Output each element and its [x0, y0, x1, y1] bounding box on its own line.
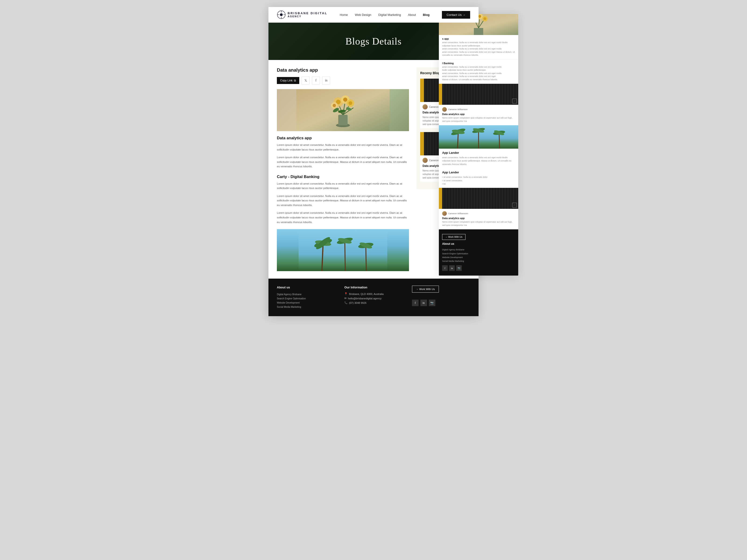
section2-body3: Lorem ipsum dolor sit amet consectetur. …: [277, 211, 409, 224]
footer-info: Our Information 📍 Brisbane, QLD 4000, Au…: [344, 286, 403, 309]
overflow-card-2-excerpt: Nemo enim ipsam voluptatem quia voluptas…: [442, 220, 515, 227]
overflow-app-lander-1: App Lander amet consectetur. Nulla eu a …: [439, 149, 518, 168]
logo-icon: [277, 10, 286, 19]
section2-body2: Lorem ipsum dolor sit amet consectetur. …: [277, 194, 409, 208]
footer-linkedin-button[interactable]: in: [420, 300, 427, 306]
overflow-app-lander-label-2: App Lander: [442, 170, 515, 174]
overflow-app-lander-text-1: amet consectetur. Nulla eu a venenatis d…: [442, 156, 515, 166]
overflow-footer-about-text: Digital Agency Brisbane Search Engine Op…: [442, 248, 515, 263]
flower-image-svg: [277, 89, 409, 131]
article-main-title: Data analytics app: [277, 68, 409, 73]
overflow-footer-facebook[interactable]: f: [442, 265, 448, 271]
facebook-icon: f: [315, 79, 316, 82]
nav-item-digitalmarketing[interactable]: Digital Marketing: [379, 12, 401, 17]
overflow-trees-image: [439, 125, 518, 149]
overflow-avatar-2: [442, 211, 447, 216]
work-with-us-button[interactable]: → Work With Us: [412, 286, 439, 293]
overflow-trees-svg: [439, 125, 518, 149]
svg-rect-26: [299, 229, 387, 271]
footer-email-link[interactable]: ✉ hello@brisbanedigital.agency: [344, 297, 403, 300]
footer-work: → Work With Us f in 📷: [412, 286, 470, 309]
svg-line-34: [366, 245, 366, 271]
overflow-card-1-body: Cameron Williamson Data analytics app Ne…: [439, 105, 518, 125]
footer-facebook-button[interactable]: f: [412, 300, 418, 306]
footer-info-title: Our Information: [344, 286, 403, 289]
copy-link-button[interactable]: Copy Link ⧉: [277, 77, 299, 84]
logo-text: BRISBANE DIGITAL AGENCY: [288, 11, 328, 18]
overflow-work-with-us-button[interactable]: → Work With Us: [442, 234, 465, 240]
overflow-dark-card-2: ↗ Cameron Williamsom Data analytics app …: [439, 188, 518, 229]
section2-title: Carty - Digital Banking: [277, 175, 409, 179]
right-overflow-panel: s app amet consectetur. Nulla eu a venen…: [439, 14, 518, 275]
svg-line-31: [345, 241, 345, 271]
svg-rect-38: [474, 28, 483, 35]
svg-point-45: [478, 15, 481, 18]
share-bar: Copy Link ⧉ 𝕏 f in: [277, 77, 409, 84]
overflow-avatar-1: [442, 107, 447, 112]
twitter-icon: 𝕏: [304, 79, 307, 83]
overflow-author-1: Cameron Williamson: [448, 108, 468, 111]
overflow-app-lander-text-2: r sit amet consectetur. Nulla eu a venen…: [442, 176, 515, 186]
linkedin-icon: in: [325, 79, 328, 82]
navbar: BRISBANE DIGITAL AGENCY Home Web Design …: [268, 7, 479, 23]
nav-item-blog[interactable]: Blog: [423, 12, 430, 17]
section2-body1: Lorem ipsum dolor sit amet consectetur. …: [277, 182, 409, 191]
footer-about-title: About us: [277, 286, 335, 289]
hero-title: Blogs Details: [345, 36, 402, 47]
footer: About us Digital Agency Brisbane Search …: [268, 278, 479, 316]
overflow-app-lander-label-1: App Lander: [442, 151, 515, 155]
overflow-dark-arrow-2[interactable]: ↗: [512, 203, 517, 208]
overflow-author-2: Cameron Williamsom: [448, 212, 468, 215]
overflow-footer-social: f in 📷: [442, 265, 515, 271]
overflow-footer-linkedin[interactable]: in: [449, 265, 455, 271]
svg-point-1: [280, 13, 283, 16]
phone-icon: 📞: [344, 301, 347, 304]
section1-body2: Lorem ipsum dolor sit amet consectetur. …: [277, 155, 409, 169]
overflow-label-2: l Banking: [442, 62, 515, 64]
facebook-share-button[interactable]: f: [312, 77, 320, 84]
overflow-app-lander-2: App Lander r sit amet consectetur. Nulla…: [439, 168, 518, 188]
overflow-dark-image-1: ↗: [439, 84, 518, 105]
overflow-trees-section: [439, 125, 518, 149]
trees-svg: [277, 229, 409, 271]
footer-location-link[interactable]: 📍 Brisbane, QLD 4000, Australia: [344, 292, 403, 295]
nav-item-about[interactable]: About: [408, 12, 416, 17]
overflow-dark-image-2: ↗: [439, 188, 518, 209]
trees-image: [277, 229, 409, 271]
svg-point-20: [349, 101, 352, 105]
footer-about: About us Digital Agency Brisbane Search …: [277, 286, 335, 309]
overflow-item-1: s app amet consectetur. Nulla eu a venen…: [439, 35, 518, 59]
svg-rect-9: [338, 115, 347, 125]
overflow-dark-card-1: ↗ Cameron Williamson Data analytics app …: [439, 84, 518, 125]
overflow-card-2-title: Data analytics app: [442, 217, 515, 219]
svg-line-55: [499, 133, 499, 149]
article-content: Data analytics app Copy Link ⧉ 𝕏 f in: [277, 68, 416, 271]
overflow-card-2-body: Cameron Williamsom Data analytics app Ne…: [439, 209, 518, 229]
contact-button[interactable]: Contact Us →: [442, 11, 470, 19]
overflow-author-row-1: Cameron Williamson: [442, 107, 515, 112]
blog-card-2-avatar: [422, 158, 428, 163]
overflow-text-1: amet consectetur. Nulla eu a venenatis d…: [442, 41, 515, 57]
overflow-card-1-excerpt: Nemo enim ipsam voluptatem quia voluptas…: [442, 116, 515, 123]
overflow-item-2: l Banking amet consectetur. Nulla eu a v…: [439, 59, 518, 84]
footer-about-text: Digital Agency Brisbane Search Engine Op…: [277, 292, 335, 309]
email-icon: ✉: [344, 297, 346, 300]
footer-phone-link[interactable]: 📞 (07) 3048 9926: [344, 301, 403, 304]
nav-item-webdesign[interactable]: Web Design: [355, 12, 371, 17]
footer-social-links: f in 📷: [412, 300, 470, 306]
overflow-footer-instagram[interactable]: 📷: [456, 265, 462, 271]
overflow-footer-about-title: About us: [442, 242, 515, 245]
footer-instagram-button[interactable]: 📷: [429, 300, 435, 306]
overflow-label-1: s app: [442, 37, 515, 40]
linkedin-share-button[interactable]: in: [322, 77, 330, 84]
overflow-card-1-title: Data analytics app: [442, 113, 515, 115]
section1-body1: Lorem ipsum dolor sit amet consectetur. …: [277, 143, 409, 152]
svg-point-22: [333, 104, 336, 107]
blog-card-1-avatar: [422, 104, 428, 109]
twitter-share-button[interactable]: 𝕏: [302, 77, 310, 84]
section1-title: Data analytics app: [277, 136, 409, 140]
svg-point-18: [343, 98, 347, 102]
nav-item-home[interactable]: Home: [340, 12, 348, 17]
overflow-author-row-2: Cameron Williamsom: [442, 211, 515, 216]
overflow-dark-arrow-1[interactable]: ↗: [512, 99, 517, 103]
